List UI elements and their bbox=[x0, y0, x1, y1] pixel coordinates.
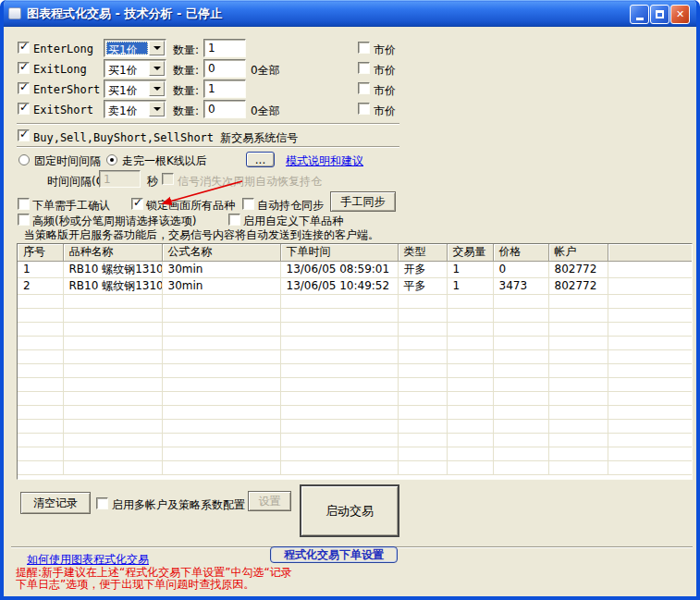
col-header-ordertime[interactable]: 下单时间 bbox=[280, 244, 398, 261]
cell-formula: 30min bbox=[162, 277, 280, 294]
cell-symbol: RB10 螺纹钢1310 bbox=[63, 277, 162, 294]
table-row-empty bbox=[18, 391, 692, 405]
exitlong-label: ExitLong bbox=[33, 63, 87, 76]
table-row-empty bbox=[18, 419, 692, 433]
all-suffix-label: 0全部 bbox=[251, 104, 280, 119]
signal-table-body: 1 RB10 螺纹钢1310 30min 13/06/05 08:59:01 开… bbox=[18, 261, 692, 474]
table-row-empty bbox=[18, 405, 692, 419]
table-row-empty bbox=[18, 377, 692, 391]
cell-ordertime: 13/06/05 10:49:52 bbox=[280, 277, 398, 294]
auto-position-sync-checkbox[interactable] bbox=[242, 198, 254, 210]
exitshort-price-value: 卖1价 bbox=[106, 103, 148, 116]
enterlong-market-checkbox[interactable] bbox=[358, 42, 370, 54]
interval-input: 1 bbox=[99, 170, 141, 188]
cell-symbol: RB10 螺纹钢1310 bbox=[63, 261, 162, 277]
table-row[interactable]: 2 RB10 螺纹钢1310 30min 13/06/05 10:49:52 平… bbox=[18, 277, 692, 294]
exitshort-price-select[interactable]: 卖1价 bbox=[104, 100, 166, 118]
start-trading-button[interactable]: 启动交易 bbox=[300, 484, 399, 537]
col-header-seq[interactable]: 序号 bbox=[18, 244, 63, 261]
app-icon bbox=[8, 7, 21, 19]
enterlong-price-value: 买1价 bbox=[106, 42, 148, 55]
cell-type: 开多 bbox=[398, 261, 447, 277]
exitlong-qty-input[interactable] bbox=[203, 59, 246, 78]
table-header-row: 序号 品种名称 公式名称 下单时间 类型 交易量 价格 帐户 bbox=[18, 244, 692, 261]
mode-help-link[interactable]: 模式说明和建议 bbox=[286, 153, 363, 169]
col-header-type[interactable]: 类型 bbox=[398, 244, 447, 261]
entershort-price-select[interactable]: 买1价 bbox=[104, 80, 166, 98]
minimize-button[interactable] bbox=[630, 5, 649, 24]
all-suffix-label: 0全部 bbox=[251, 63, 280, 79]
exitlong-dropdown-button[interactable] bbox=[149, 61, 165, 76]
col-header-volume[interactable]: 交易量 bbox=[447, 244, 493, 261]
cell-price: 3473 bbox=[493, 277, 548, 294]
window-title: 图表程式化交易 - 技术分析 - 已停止 bbox=[27, 6, 222, 22]
manual-confirm-checkbox[interactable] bbox=[18, 198, 30, 210]
close-button[interactable]: ✕ bbox=[670, 5, 690, 24]
qty-label: 数量: bbox=[173, 63, 199, 79]
interval-unit-label: 秒 bbox=[147, 174, 158, 190]
exitshort-market-checkbox[interactable] bbox=[358, 103, 370, 115]
chevron-down-icon bbox=[154, 46, 161, 50]
exitlong-market-checkbox[interactable] bbox=[358, 62, 370, 74]
divider bbox=[17, 123, 399, 125]
cell-ordertime: 13/06/05 08:59:01 bbox=[280, 261, 398, 277]
enterlong-qty-input[interactable] bbox=[203, 39, 246, 57]
entershort-qty-input[interactable] bbox=[203, 80, 246, 98]
entershort-checkbox[interactable] bbox=[18, 82, 30, 94]
enterlong-dropdown-button[interactable] bbox=[149, 41, 165, 55]
cell-volume: 1 bbox=[447, 277, 493, 294]
maximize-icon bbox=[656, 10, 664, 18]
divider bbox=[17, 146, 399, 148]
high-freq-checkbox[interactable] bbox=[18, 214, 30, 226]
signal-table[interactable]: 序号 品种名称 公式名称 下单时间 类型 交易量 价格 帐户 1 RB10 螺纹… bbox=[17, 243, 693, 480]
more-options-button[interactable]: ... bbox=[246, 152, 275, 167]
col-header-extra bbox=[608, 244, 692, 261]
table-row-empty bbox=[18, 336, 692, 349]
new-signal-checkbox[interactable] bbox=[18, 129, 30, 141]
exitshort-dropdown-button[interactable] bbox=[149, 102, 165, 116]
lock-all-symbols-label: 锁定画面所有品种 bbox=[146, 198, 235, 214]
fixed-interval-radio[interactable] bbox=[18, 154, 30, 165]
entershort-dropdown-button[interactable] bbox=[149, 81, 165, 96]
qty-label: 数量: bbox=[173, 104, 199, 119]
lock-all-symbols-checkbox[interactable] bbox=[131, 198, 143, 210]
market-label: 市价 bbox=[374, 63, 396, 79]
exitlong-price-select[interactable]: 买1价 bbox=[104, 59, 166, 78]
server-note: 当策略版开启服务器功能后，交易信号内容将自动发送到连接的客户端。 bbox=[24, 227, 379, 243]
exitshort-qty-input[interactable] bbox=[203, 100, 246, 118]
enterlong-price-select[interactable]: 买1价 bbox=[104, 39, 166, 57]
manual-confirm-label: 下单需手工确认 bbox=[32, 198, 110, 214]
qty-label: 数量: bbox=[173, 83, 199, 99]
cell-price: 0 bbox=[493, 261, 548, 277]
enterlong-label: EnterLong bbox=[33, 43, 93, 55]
order-settings-button[interactable]: 程式化交易下单设置 bbox=[270, 546, 398, 563]
table-row-empty bbox=[18, 433, 692, 447]
market-label: 市价 bbox=[374, 83, 396, 99]
enterlong-checkbox[interactable] bbox=[18, 42, 30, 54]
exitlong-checkbox[interactable] bbox=[18, 62, 30, 74]
auto-position-sync-label: 自动持仓同步 bbox=[257, 198, 324, 214]
exitshort-checkbox[interactable] bbox=[18, 103, 30, 115]
table-row-empty bbox=[18, 460, 692, 474]
col-header-formula[interactable]: 公式名称 bbox=[162, 244, 280, 261]
after-kline-radio[interactable] bbox=[106, 154, 117, 165]
cell-type: 平多 bbox=[398, 277, 447, 294]
market-label: 市价 bbox=[374, 104, 396, 119]
cell-formula: 30min bbox=[162, 261, 280, 277]
table-row-empty bbox=[18, 363, 692, 377]
cell-seq: 1 bbox=[18, 261, 63, 277]
manual-sync-button[interactable]: 手工同步 bbox=[330, 191, 396, 212]
after-kline-label: 走完一根K线以后 bbox=[122, 153, 207, 169]
minimize-icon bbox=[636, 18, 644, 20]
col-header-symbol[interactable]: 品种名称 bbox=[63, 244, 162, 261]
custom-symbol-checkbox[interactable] bbox=[228, 214, 240, 226]
market-label: 市价 bbox=[374, 43, 396, 58]
clear-records-button[interactable]: 清空记录 bbox=[20, 492, 91, 514]
col-header-price[interactable]: 价格 bbox=[493, 244, 548, 261]
table-row[interactable]: 1 RB10 螺纹钢1310 30min 13/06/05 08:59:01 开… bbox=[18, 261, 692, 277]
entershort-market-checkbox[interactable] bbox=[358, 82, 370, 94]
maximize-button[interactable] bbox=[650, 5, 669, 24]
col-header-account[interactable]: 帐户 bbox=[548, 244, 608, 261]
multi-account-checkbox[interactable] bbox=[96, 497, 108, 509]
restore-position-checkbox bbox=[162, 173, 174, 185]
